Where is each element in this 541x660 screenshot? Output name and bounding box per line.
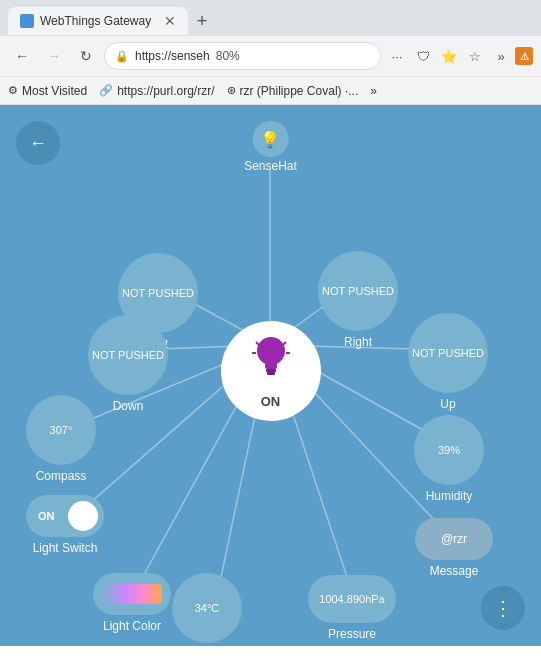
toggle-knob bbox=[68, 501, 98, 531]
compass-value: 307° bbox=[50, 424, 73, 436]
humidity-value: 39% bbox=[438, 444, 460, 456]
light-switch-node[interactable]: ON Light Switch bbox=[26, 495, 104, 555]
down-status: NOT PUSHED bbox=[92, 349, 164, 361]
bookmarks-bar: ⚙ Most Visited 🔗 https://purl.org/rzr/ ⊛… bbox=[0, 76, 541, 104]
nav-bar: ← → ↻ 🔒 https://senseh 80% ··· 🛡 ⭐ ☆ » ⚠ bbox=[0, 36, 541, 76]
color-bar bbox=[102, 584, 162, 604]
light-switch-label: Light Switch bbox=[33, 541, 98, 555]
zoom-level: 80% bbox=[216, 49, 240, 63]
pressure-node[interactable]: 1004.890hPa Pressure bbox=[308, 575, 396, 641]
alert-extension: ⚠ bbox=[515, 47, 533, 65]
compass-label: Compass bbox=[36, 469, 87, 483]
chevron-right-icon: » bbox=[370, 84, 377, 98]
svg-line-18 bbox=[283, 342, 286, 345]
compass-circle[interactable]: 307° bbox=[26, 395, 96, 465]
gear-icon: ⚙ bbox=[8, 84, 18, 97]
bulb-icon bbox=[251, 333, 291, 392]
temperature-value: 34°C bbox=[195, 602, 220, 614]
right-button-node[interactable]: NOT PUSHED Right bbox=[318, 251, 398, 349]
address-bar[interactable]: 🔒 https://senseh 80% bbox=[104, 42, 381, 70]
humidity-circle[interactable]: 39% bbox=[414, 415, 484, 485]
link-icon: 🔗 bbox=[99, 84, 113, 97]
back-button[interactable]: ← bbox=[8, 42, 36, 70]
pressure-circle[interactable]: 1004.890hPa bbox=[308, 575, 396, 623]
tab-favicon bbox=[20, 14, 34, 28]
svg-rect-13 bbox=[265, 363, 277, 369]
light-color-label: Light Color bbox=[103, 619, 161, 633]
pressure-label: Pressure bbox=[328, 627, 376, 641]
message-node[interactable]: @rzr Message bbox=[415, 518, 493, 578]
center-node[interactable]: ON bbox=[221, 321, 321, 421]
forward-button[interactable]: → bbox=[40, 42, 68, 70]
left-status: NOT PUSHED bbox=[122, 287, 194, 299]
bookmark-rzr[interactable]: ⊛ rzr (Philippe Coval) ·... bbox=[227, 84, 359, 98]
nav-actions: ··· 🛡 ⭐ ☆ » ⚠ bbox=[385, 44, 533, 68]
more-button[interactable]: ··· bbox=[385, 44, 409, 68]
bookmark-label-3: rzr (Philippe Coval) ·... bbox=[240, 84, 359, 98]
bookmark-label-2: https://purl.org/rzr/ bbox=[117, 84, 214, 98]
main-content: ← 💡 SenseHat ON NOT PUSHED Left bbox=[0, 105, 541, 646]
up-button-node[interactable]: NOT PUSHED Up bbox=[408, 313, 488, 411]
down-label: Down bbox=[113, 399, 144, 413]
lock-icon: 🔒 bbox=[115, 50, 129, 63]
extensions-button[interactable]: ⭐ bbox=[437, 44, 461, 68]
right-status: NOT PUSHED bbox=[322, 285, 394, 297]
down-button-circle[interactable]: NOT PUSHED bbox=[88, 315, 168, 395]
tab-title: WebThings Gateway bbox=[40, 14, 151, 28]
expand-button[interactable]: » bbox=[489, 44, 513, 68]
message-circle[interactable]: @rzr bbox=[415, 518, 493, 560]
url-display: https://senseh bbox=[135, 49, 210, 63]
active-tab[interactable]: WebThings Gateway ✕ bbox=[8, 7, 188, 35]
refresh-button[interactable]: ↻ bbox=[72, 42, 100, 70]
pressure-value: 1004.890hPa bbox=[319, 593, 384, 605]
bookmark-purl[interactable]: 🔗 https://purl.org/rzr/ bbox=[99, 84, 214, 98]
up-status: NOT PUSHED bbox=[412, 347, 484, 359]
github-icon: ⊛ bbox=[227, 84, 236, 97]
center-status: ON bbox=[261, 394, 281, 409]
new-tab-button[interactable]: + bbox=[188, 7, 216, 35]
up-button-circle[interactable]: NOT PUSHED bbox=[408, 313, 488, 393]
humidity-node[interactable]: 39% Humidity bbox=[414, 415, 484, 503]
humidity-label: Humidity bbox=[426, 489, 473, 503]
light-switch-toggle[interactable]: ON bbox=[26, 495, 104, 537]
svg-line-17 bbox=[256, 342, 259, 345]
fab-button[interactable]: ⋮ bbox=[481, 586, 525, 630]
tab-close-button[interactable]: ✕ bbox=[164, 13, 176, 29]
right-label: Right bbox=[344, 335, 372, 349]
toggle-on-label: ON bbox=[38, 510, 55, 522]
browser-chrome: WebThings Gateway ✕ + ← → ↻ 🔒 https://se… bbox=[0, 0, 541, 105]
message-label: Message bbox=[430, 564, 479, 578]
shield-button[interactable]: 🛡 bbox=[411, 44, 435, 68]
light-color-node[interactable]: Light Color bbox=[93, 573, 171, 633]
temperature-circle[interactable]: 34°C bbox=[172, 573, 242, 643]
down-button-node[interactable]: NOT PUSHED Down bbox=[88, 315, 168, 413]
bookmarks-more-button[interactable]: » bbox=[370, 84, 377, 98]
bookmark-most-visited[interactable]: ⚙ Most Visited bbox=[8, 84, 87, 98]
light-color-circle[interactable] bbox=[93, 573, 171, 615]
bookmark-button[interactable]: ☆ bbox=[463, 44, 487, 68]
svg-point-12 bbox=[257, 337, 285, 365]
svg-rect-14 bbox=[266, 369, 276, 372]
temperature-node[interactable]: 34°C Temperature bbox=[172, 573, 242, 646]
up-label: Up bbox=[440, 397, 455, 411]
bookmark-label-1: Most Visited bbox=[22, 84, 87, 98]
compass-node[interactable]: 307° Compass bbox=[26, 395, 96, 483]
message-value: @rzr bbox=[441, 532, 467, 546]
svg-rect-15 bbox=[267, 372, 275, 375]
right-button-circle[interactable]: NOT PUSHED bbox=[318, 251, 398, 331]
tab-bar: WebThings Gateway ✕ + bbox=[0, 0, 541, 36]
